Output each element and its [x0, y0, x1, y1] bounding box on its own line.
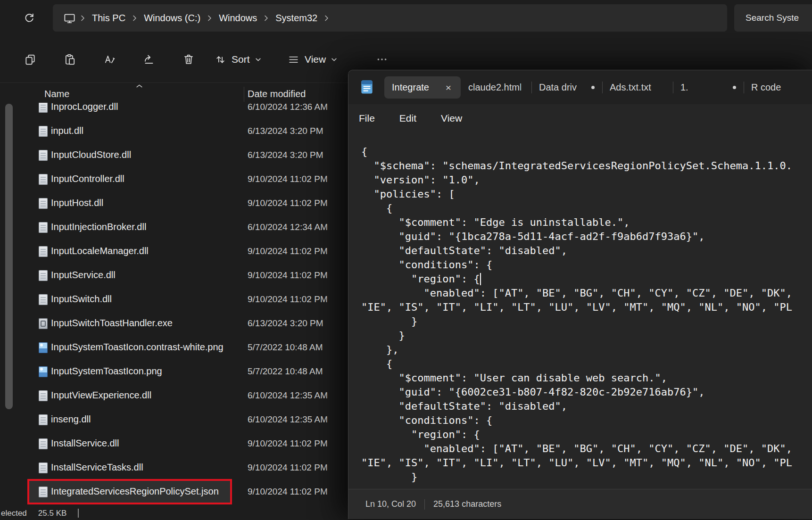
share-icon [143, 53, 155, 66]
tab-label: Ads.txt.txt [610, 82, 651, 93]
breadcrumb-item[interactable]: System32 [270, 9, 323, 27]
notepad-app-icon [360, 79, 373, 95]
text-caret [480, 273, 481, 285]
search-input[interactable] [734, 13, 812, 23]
view-button[interactable]: View [282, 48, 343, 71]
file-date: 9/10/2024 11:02 PM [248, 487, 328, 497]
file-name: InputViewExperience.dll [51, 390, 151, 401]
file-date: 9/10/2024 11:02 PM [248, 246, 328, 256]
file-name: InputSystemToastIcon.png [51, 366, 162, 377]
file-name: input.dll [51, 125, 83, 136]
file-name: InputHost.dll [51, 198, 103, 208]
view-label: View [305, 54, 326, 65]
file-name: inseng.dll [51, 414, 91, 425]
file-icon [39, 487, 48, 497]
chevron-right-icon [132, 14, 137, 22]
file-icon [39, 462, 48, 473]
file-icon [39, 150, 48, 161]
breadcrumb-chevron[interactable] [323, 14, 331, 22]
file-icon [39, 270, 48, 281]
file-list-header: Name Date modified [0, 83, 348, 104]
menu-item-file[interactable]: File [358, 110, 376, 127]
breadcrumb-chevron[interactable] [262, 14, 270, 22]
refresh-button[interactable] [19, 8, 40, 29]
tab-label: 1. [680, 82, 688, 93]
notepad-tab[interactable]: Integrate × [384, 76, 461, 99]
file-date: 9/10/2024 11:02 PM [248, 294, 328, 305]
delete-icon [182, 53, 195, 66]
notepad-menu-bar: FileEditView [348, 104, 812, 132]
unsaved-dot-icon [591, 86, 595, 89]
delete-button[interactable] [177, 48, 200, 71]
navigation-pane-scrollbar[interactable] [5, 104, 13, 409]
breadcrumb-item[interactable]: Windows [214, 9, 262, 27]
chevron-down-icon [331, 58, 337, 62]
sort-ascending-caret-icon [136, 84, 143, 88]
chevron-right-icon [264, 14, 269, 22]
file-date: 5/7/2022 10:48 AM [248, 342, 323, 353]
file-name: InputSystemToastIcon.contrast-white.png [51, 342, 224, 353]
file-icon [39, 246, 48, 257]
file-date: 9/10/2024 11:02 PM [248, 438, 328, 449]
sort-button[interactable]: Sort [209, 48, 267, 71]
column-header-date-modified[interactable]: Date modified [248, 89, 306, 99]
notepad-window: Integrate × claude2.html Data driv Ads.t… [348, 70, 812, 519]
notepad-tab[interactable]: R code [744, 76, 812, 99]
breadcrumb-label: This PC [92, 13, 125, 23]
tab-close-icon[interactable]: × [444, 82, 453, 93]
menu-item-view[interactable]: View [440, 110, 463, 127]
rename-button[interactable] [98, 48, 121, 71]
chevron-right-icon [324, 14, 329, 22]
more-icon [376, 53, 388, 66]
chevron-right-icon [207, 14, 212, 22]
file-date: 9/10/2024 11:02 PM [248, 198, 328, 208]
breadcrumb-chevron[interactable] [131, 14, 139, 22]
chevron-right-icon [80, 14, 85, 22]
file-date: 9/10/2024 11:02 PM [248, 270, 328, 281]
editor-content[interactable]: { "$schema": "schemas/IntegratedServices… [361, 145, 812, 486]
copy-icon [24, 53, 36, 66]
notepad-tab[interactable]: Ads.txt.txt [602, 76, 673, 99]
rename-icon [103, 53, 116, 66]
column-header-name[interactable]: Name [44, 89, 69, 99]
file-icon [39, 390, 48, 401]
file-date: 6/13/2024 3:20 PM [248, 318, 323, 329]
unsaved-dot-icon [733, 86, 736, 89]
file-name: InputService.dll [51, 270, 116, 281]
breadcrumb-chevron[interactable] [206, 14, 214, 22]
notepad-tab[interactable]: Data driv [531, 76, 602, 99]
notepad-tab[interactable]: claude2.html [461, 76, 531, 99]
notepad-tabs: Integrate × claude2.html Data driv Ads.t… [384, 76, 812, 99]
more-options-button[interactable] [371, 48, 393, 71]
file-icon [39, 438, 48, 449]
notepad-tab[interactable]: 1. [673, 76, 744, 99]
file-date: 6/10/2024 12:35 AM [248, 390, 328, 401]
breadcrumb-item[interactable]: Windows (C:) [139, 9, 206, 27]
breadcrumb-chevron[interactable] [79, 14, 87, 22]
file-icon [39, 414, 48, 425]
file-icon [39, 174, 48, 185]
paste-button[interactable] [58, 48, 81, 71]
desktop-screenshot: This PC Windows (C:) Windows System32 [0, 0, 812, 520]
share-button[interactable] [138, 48, 160, 71]
breadcrumb-label: Windows (C:) [144, 13, 200, 23]
file-date: 9/10/2024 11:02 PM [248, 174, 328, 184]
search-box [734, 4, 812, 32]
sort-icon [215, 54, 226, 66]
file-date: 5/7/2022 10:48 AM [248, 366, 323, 377]
tab-label: Integrate [392, 82, 429, 93]
menu-item-edit[interactable]: Edit [398, 110, 417, 127]
file-icon [39, 366, 48, 377]
address-breadcrumb-bar[interactable]: This PC Windows (C:) Windows System32 [53, 4, 727, 32]
view-icon [288, 54, 299, 66]
explorer-address-bar: This PC Windows (C:) Windows System32 [0, 0, 812, 36]
file-name: InstallServiceTasks.dll [51, 462, 143, 473]
breadcrumb-item[interactable]: This PC [87, 9, 131, 27]
file-date: 6/10/2024 12:34 AM [248, 222, 328, 232]
breadcrumb-label: Windows [219, 13, 257, 23]
copy-button[interactable] [19, 48, 41, 71]
paste-icon [64, 53, 76, 66]
status-divider [78, 509, 79, 518]
column-divider[interactable] [244, 87, 244, 102]
file-name: InputInjectionBroker.dll [51, 222, 146, 232]
